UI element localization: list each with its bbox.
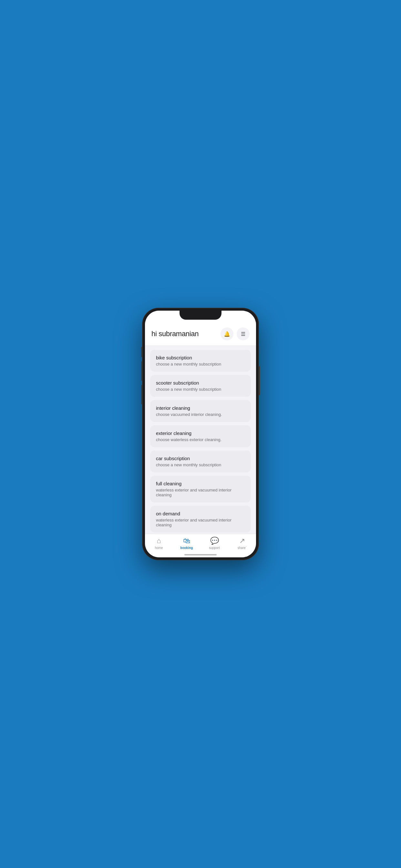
- service-subtitle-on-demand: waterless exterior and vacuumed interior…: [156, 518, 245, 527]
- volume-up-button: [141, 361, 143, 381]
- volume-silent-button: [141, 347, 143, 357]
- nav-label-booking: booking: [181, 546, 193, 550]
- service-title-exterior-cleaning: exterior cleaning: [156, 430, 245, 436]
- service-subtitle-bike-subscription: choose a new monthly subscription: [156, 362, 245, 367]
- bell-icon: 🔔: [224, 331, 230, 337]
- service-subtitle-scooter-subscription: choose a new monthly subscription: [156, 387, 245, 392]
- service-title-on-demand: on demand: [156, 511, 245, 516]
- service-list: bike subscriptionchoose a new monthly su…: [145, 346, 256, 534]
- notch: [180, 311, 221, 320]
- service-card-scooter-subscription[interactable]: scooter subscriptionchoose a new monthly…: [150, 375, 251, 397]
- nav-label-share: share`: [238, 546, 247, 550]
- service-title-full-cleaning: full cleaning: [156, 481, 245, 486]
- home-indicator: [184, 554, 217, 555]
- notification-button[interactable]: 🔔: [220, 328, 234, 340]
- service-title-scooter-subscription: scooter subscription: [156, 380, 245, 385]
- phone-screen: hi subramanian 🔔 ☰ bike subscriptionchoo…: [145, 311, 256, 557]
- service-title-interior-cleaning: interior cleaning: [156, 405, 245, 411]
- header-actions: 🔔 ☰: [220, 328, 250, 340]
- menu-button[interactable]: ☰: [237, 328, 250, 340]
- service-card-car-subscription[interactable]: car subscriptionchoose a new monthly sub…: [150, 451, 251, 472]
- nav-label-home: home: [155, 546, 163, 550]
- nav-item-share[interactable]: ↗ share`: [233, 537, 252, 550]
- service-card-exterior-cleaning[interactable]: exterior cleaningchoose waterless exteri…: [150, 425, 251, 447]
- nav-item-home[interactable]: ⌂ home: [149, 537, 168, 550]
- service-title-bike-subscription: bike subscription: [156, 355, 245, 361]
- service-subtitle-car-subscription: choose a new monthly subscription: [156, 462, 245, 467]
- phone-frame: hi subramanian 🔔 ☰ bike subscriptionchoo…: [143, 308, 258, 560]
- service-subtitle-full-cleaning: waterless exterior and vacuumed interior…: [156, 488, 245, 497]
- service-card-full-cleaning[interactable]: full cleaningwaterless exterior and vacu…: [150, 476, 251, 502]
- service-card-on-demand[interactable]: on demandwaterless exterior and vacuumed…: [150, 506, 251, 532]
- service-title-car-subscription: car subscription: [156, 456, 245, 461]
- header: hi subramanian 🔔 ☰: [145, 325, 256, 345]
- home-icon: ⌂: [157, 537, 161, 545]
- hamburger-icon: ☰: [241, 331, 245, 337]
- service-subtitle-interior-cleaning: choose vacuumed interior cleaning.: [156, 412, 245, 417]
- nav-label-support: support: [209, 546, 220, 550]
- nav-item-booking[interactable]: 🛍 booking: [177, 537, 196, 550]
- support-icon: 💬: [210, 537, 219, 545]
- booking-icon: 🛍: [183, 537, 190, 545]
- service-card-interior-cleaning[interactable]: interior cleaningchoose vacuumed interio…: [150, 400, 251, 422]
- service-subtitle-exterior-cleaning: choose waterless exterior cleaning.: [156, 437, 245, 442]
- share-icon: ↗: [239, 537, 245, 545]
- volume-down-button: [141, 385, 143, 404]
- nav-item-support[interactable]: 💬 support: [205, 537, 224, 550]
- greeting-text: hi subramanian: [151, 330, 198, 338]
- power-button: [258, 366, 260, 395]
- service-card-bike-subscription[interactable]: bike subscriptionchoose a new monthly su…: [150, 350, 251, 372]
